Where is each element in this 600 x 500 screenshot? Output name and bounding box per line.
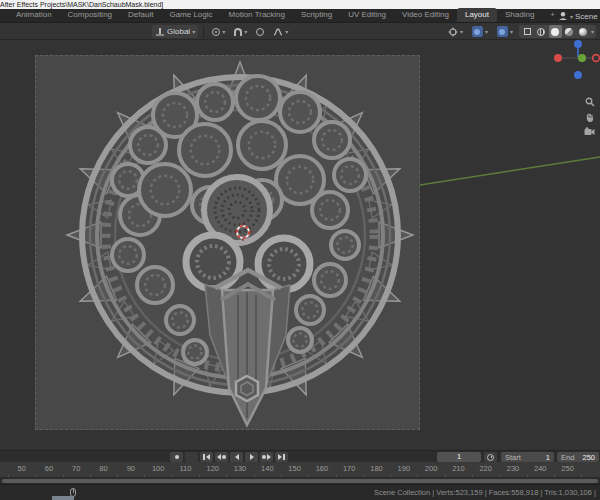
frame-end-field[interactable]: End 250 — [557, 452, 599, 462]
viewport-header-right: ▾ ▾ ▾ ▾ — [445, 23, 596, 40]
blender-window: After Effects Projects\MASK\DanSchaubMas… — [0, 0, 600, 500]
clock-icon — [487, 454, 494, 461]
wireframe-shading-button[interactable] — [535, 25, 548, 38]
jump-to-start-icon — [206, 454, 210, 460]
chevron-down-icon: ▾ — [244, 28, 247, 35]
pivot-point-dropdown[interactable]: ▾ — [209, 25, 228, 38]
xray-toggle-button[interactable] — [521, 25, 534, 38]
timeline-scrollbar[interactable] — [0, 477, 600, 484]
workspace-tab[interactable]: Layout — [457, 8, 497, 22]
proportional-editing-toggle[interactable] — [253, 25, 267, 38]
xray-toggle-icon — [524, 28, 531, 35]
chevron-down-icon: ▾ — [570, 13, 573, 20]
solid-shading-icon — [551, 28, 559, 36]
proportional-editing-icon — [256, 28, 264, 36]
header-separator — [203, 26, 204, 38]
gizmo-dropdown-icon — [448, 27, 458, 37]
viewport-nav-buttons — [584, 96, 595, 137]
chevron-down-icon: ▾ — [485, 28, 488, 35]
chevron-down-icon: ▾ — [591, 28, 594, 35]
show-overlays-icon — [497, 26, 508, 37]
axis-x-neg-handle — [593, 55, 600, 62]
workspace-tab[interactable]: UV Editing — [340, 8, 394, 22]
next-keyframe-button[interactable] — [260, 452, 273, 462]
material-shading-button[interactable] — [563, 25, 576, 38]
workspace-tab[interactable]: Motion Tracking — [221, 8, 293, 22]
snap-magnet-icon — [234, 28, 242, 36]
scene-head-icon — [558, 11, 568, 21]
pivot-point-icon — [212, 28, 220, 36]
workspace-tab[interactable]: Game Logic — [161, 8, 220, 22]
prev-keyframe-button[interactable] — [215, 452, 228, 462]
chevron-down-icon: ▾ — [460, 28, 463, 35]
chevron-down-icon: ▾ — [510, 28, 513, 35]
solid-shading-button[interactable] — [549, 25, 562, 38]
frame-start-field[interactable]: Start 1 — [501, 452, 554, 462]
rendered-shading-button[interactable] — [577, 25, 590, 38]
camera-view-icon — [584, 127, 595, 136]
play-button[interactable] — [245, 452, 258, 462]
rendered-shading-icon — [579, 28, 587, 36]
start-label: Start — [505, 453, 521, 462]
play-reverse-button[interactable] — [230, 452, 243, 462]
current-frame-field[interactable]: 1 — [437, 452, 481, 462]
axis-z-handle — [574, 40, 582, 48]
wireframe-shading-icon — [537, 28, 545, 36]
shading-mode-group: ▾ — [519, 25, 596, 38]
workspace-tab[interactable]: Scripting — [293, 8, 340, 22]
axis-y-handle — [578, 54, 586, 62]
workspace-tabs-bar: Animation Compositing Default Game Logic… — [0, 9, 600, 23]
sync-button[interactable] — [185, 452, 198, 462]
camera-view-button[interactable] — [584, 126, 595, 137]
viewport-3d[interactable] — [0, 40, 600, 450]
jump-to-start-button[interactable] — [200, 452, 213, 462]
timeline-ruler[interactable]: 5060708090100110120130140150160170180190… — [0, 462, 600, 477]
status-bar: Scene Collection | Verts:523,159 | Faces… — [0, 484, 600, 500]
viewport-header-left: Global ▾ ▾ ▾ ▾ — [152, 23, 291, 40]
workspace-tabs: Animation Compositing Default Game Logic… — [8, 8, 563, 22]
playback-timing-button[interactable] — [484, 452, 497, 462]
axis-line-y — [420, 157, 600, 185]
jump-to-end-button[interactable] — [275, 452, 288, 462]
timeline-header: 1 Start 1 End 250 — [0, 450, 600, 462]
show-gizmo-toggle[interactable]: ▾ — [469, 25, 491, 38]
pan-hand-icon — [585, 112, 595, 122]
timeline-scrollbar-thumb[interactable] — [2, 479, 598, 483]
start-value: 1 — [546, 453, 550, 462]
record-icon — [175, 455, 179, 459]
backdrop-plane — [35, 55, 420, 430]
zoom-button[interactable] — [584, 96, 595, 107]
object-types-dropdown[interactable]: ▾ — [445, 25, 466, 38]
play-reverse-icon — [235, 454, 239, 460]
workspace-tab[interactable]: Default — [120, 8, 161, 22]
record-button[interactable] — [170, 452, 183, 462]
transform-orientation-icon — [155, 27, 165, 37]
orientation-label: Global — [167, 27, 190, 36]
show-overlays-toggle[interactable]: ▾ — [494, 25, 516, 38]
axis-z-neg-handle — [574, 71, 582, 79]
workspace-tab[interactable]: Video Editing — [394, 8, 457, 22]
snap-toggle[interactable]: ▾ — [231, 25, 250, 38]
prev-keyframe-icon — [217, 454, 221, 460]
axis-x-handle — [554, 54, 562, 62]
next-keyframe-icon — [267, 454, 271, 460]
material-shading-icon — [565, 28, 573, 36]
window-title: After Effects Projects\MASK\DanSchaubMas… — [0, 1, 163, 8]
workspace-tab[interactable]: Shading — [497, 8, 542, 22]
zoom-icon — [585, 97, 595, 107]
play-icon — [250, 454, 254, 460]
scene-selector[interactable]: ▾ Scene — [558, 9, 600, 23]
bottom-edge-highlight — [52, 496, 74, 500]
pan-button[interactable] — [584, 111, 595, 122]
show-gizmo-icon — [472, 26, 483, 37]
falloff-dropdown[interactable]: ▾ — [270, 25, 291, 38]
chevron-down-icon: ▾ — [222, 28, 225, 35]
transform-orientation-dropdown[interactable]: Global ▾ — [152, 25, 198, 38]
scene-stats: Scene Collection | Verts:523,159 | Faces… — [374, 485, 596, 500]
end-label: End — [561, 453, 574, 462]
workspace-tab[interactable]: Compositing — [60, 8, 120, 22]
playback-controls — [170, 452, 288, 462]
workspace-tab[interactable]: Animation — [8, 8, 60, 22]
chevron-down-icon: ▾ — [285, 28, 288, 35]
jump-to-end-icon — [278, 454, 282, 460]
